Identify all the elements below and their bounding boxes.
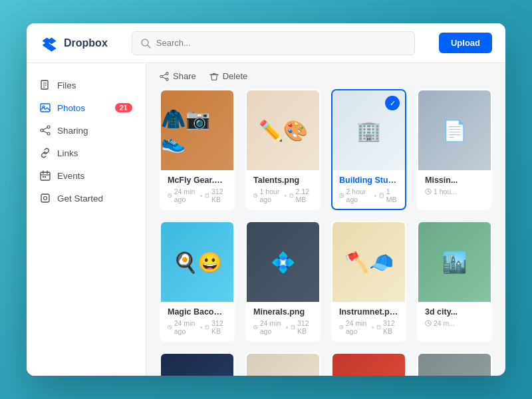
- thumb-content-r4: ✏️: [418, 354, 491, 376]
- item-time-bacon: 24 min ago: [168, 319, 198, 335]
- svg-line-25: [162, 76, 166, 78]
- svg-rect-59: [377, 325, 380, 329]
- dot-bacon: •: [200, 323, 203, 331]
- item-name-building: Building Study.png: [339, 176, 398, 185]
- svg-rect-18: [45, 176, 46, 178]
- grid-item-minerals[interactable]: 💠 Minerals.png 24 min ago • 312 KB: [245, 221, 321, 342]
- search-bar: [132, 31, 415, 55]
- svg-line-53: [255, 327, 257, 328]
- grid-item-3dcity[interactable]: 🏙️ 3d city... 24 m...: [417, 221, 492, 342]
- item-thumb-mcfly: 🧥📷👟: [161, 90, 233, 170]
- svg-line-11: [43, 128, 47, 130]
- grid-item-r3[interactable]: S Logo.png 3 hour ago • 512 KB: [331, 352, 406, 376]
- app-window: Dropbox Upload Files: [27, 23, 505, 376]
- item-name-mcfly: McFly Gear.png: [168, 176, 227, 185]
- item-thumb-3dcity: 🏙️: [418, 222, 491, 302]
- svg-line-24: [162, 74, 166, 76]
- size-icon: [291, 324, 295, 331]
- item-thumb-r1: 🌃: [161, 354, 233, 376]
- item-time-missing: 1 hou...: [425, 188, 457, 196]
- item-time-mcfly: 24 min ago: [168, 188, 198, 203]
- share-button[interactable]: Share: [160, 71, 196, 81]
- dot-building: •: [374, 192, 377, 200]
- sidebar-links-label: Links: [57, 148, 78, 158]
- delete-button[interactable]: Delete: [209, 71, 248, 81]
- grid-item-building[interactable]: 🏢 ✓ Building Study.png 2 hour ago • 1 MB: [331, 89, 406, 210]
- search-input[interactable]: [156, 38, 406, 48]
- clock-icon: [339, 324, 344, 331]
- item-time-talents: 1 hour ago: [253, 188, 281, 203]
- photos-icon: [40, 102, 51, 113]
- item-info-3dcity: 3d city... 24 m...: [418, 302, 491, 332]
- clock-icon: [425, 320, 432, 327]
- item-info-minerals: Minerals.png 24 min ago • 312 KB: [247, 302, 319, 340]
- item-meta-mcfly: 24 min ago • 312 KB: [168, 188, 227, 203]
- item-name-missing: Missin...: [425, 176, 484, 185]
- grid-item-talents[interactable]: ✏️🎨 Talents.png 1 hour ago • 2.12 MB: [245, 89, 321, 210]
- svg-rect-6: [41, 104, 50, 112]
- dot-mcfly: •: [200, 192, 203, 200]
- grid-item-r1[interactable]: 🌃 City Night.png 3 hour ago • 2 MB: [160, 352, 235, 376]
- item-info-missing: Missin... 1 hou...: [418, 170, 491, 201]
- svg-line-30: [170, 196, 171, 196]
- sidebar-item-sharing[interactable]: Sharing: [27, 119, 146, 142]
- sidebar-item-get-started[interactable]: Get Started: [27, 187, 146, 209]
- item-thumb-instrumnet: 🪓🧢: [332, 222, 405, 302]
- thumb-content-r3: S: [332, 354, 405, 376]
- size-icon: [205, 192, 209, 199]
- svg-rect-41: [380, 194, 383, 198]
- thumb-content-3dcity: 🏙️: [418, 222, 491, 302]
- sidebar-item-files[interactable]: Files: [27, 74, 146, 96]
- sidebar-item-links[interactable]: Links: [27, 142, 146, 164]
- svg-line-35: [255, 196, 257, 196]
- item-size-bacon: 312 KB: [205, 319, 227, 335]
- grid-item-r2[interactable]: 🌲 Forest.png 3 hour ago • 1.5 MB: [245, 352, 321, 376]
- item-name-talents: Talents.png: [253, 176, 313, 185]
- sidebar-events-label: Events: [57, 171, 84, 181]
- item-meta-bacon: 24 min ago • 312 KB: [168, 319, 227, 335]
- thumb-content-talents: ✏️🎨: [247, 90, 319, 170]
- grid-item-bacon[interactable]: 🍳😀 Magic Bacon Ride.png 24 min ago • 312…: [160, 221, 235, 342]
- item-name-instrumnet: Instrumnet.png: [339, 307, 398, 317]
- thumb-content-minerals: 💠: [247, 222, 319, 302]
- item-size-minerals: 312 KB: [291, 319, 313, 335]
- grid-item-mcfly[interactable]: 🧥📷👟 McFly Gear.png 24 min ago • 312 KB: [160, 89, 235, 210]
- sidebar-photos-label: Photos: [57, 103, 85, 113]
- grid-item-r4[interactable]: ✏️ Sketch.png 3 hour ago • 256 KB: [417, 352, 492, 376]
- item-info-talents: Talents.png 1 hour ago • 2.12 MB: [247, 170, 319, 209]
- logo-area: Dropbox: [40, 34, 108, 53]
- svg-line-63: [428, 323, 430, 324]
- svg-point-10: [47, 132, 50, 135]
- item-thumb-missing: 📄: [418, 90, 491, 170]
- svg-point-21: [166, 72, 169, 74]
- svg-line-1: [148, 45, 150, 48]
- toolbar: Share Delete: [146, 63, 505, 89]
- search-icon: [140, 38, 151, 49]
- header: Dropbox Upload: [27, 23, 505, 63]
- grid-item-missing[interactable]: 📄 Missin... 1 hou...: [417, 89, 492, 210]
- events-icon: [40, 170, 51, 181]
- item-name-3dcity: 3d city...: [425, 307, 484, 317]
- sidebar-sharing-label: Sharing: [57, 126, 88, 136]
- grid-item-instrumnet[interactable]: 🪓🧢 Instrumnet.png 24 min ago • 312 KB: [331, 221, 406, 342]
- sidebar: Files Photos 21: [27, 63, 146, 376]
- svg-line-12: [43, 131, 47, 133]
- main-content: Share Delete 🧥📷👟 McFly Ge: [146, 63, 505, 376]
- thumb-content-mcfly: 🧥📷👟: [161, 90, 233, 170]
- item-meta-3dcity: 24 m...: [425, 319, 484, 327]
- item-meta-instrumnet: 24 min ago • 312 KB: [339, 319, 398, 335]
- logo-text: Dropbox: [64, 37, 108, 49]
- delete-icon: [209, 72, 219, 81]
- item-thumb-r4: ✏️: [418, 354, 491, 376]
- size-icon: [205, 324, 209, 331]
- sidebar-item-events[interactable]: Events: [27, 164, 146, 187]
- svg-line-48: [170, 327, 171, 328]
- item-thumb-talents: ✏️🎨: [247, 90, 319, 170]
- item-thumb-r2: 🌲: [247, 354, 319, 376]
- item-info-building: Building Study.png 2 hour ago • 1 MB: [332, 170, 405, 209]
- item-time-instrumnet: 24 min ago: [339, 319, 369, 335]
- selected-check-building: ✓: [385, 96, 400, 110]
- upload-button[interactable]: Upload: [439, 33, 492, 53]
- sidebar-item-photos[interactable]: Photos 21: [27, 96, 146, 119]
- item-name-minerals: Minerals.png: [253, 307, 313, 317]
